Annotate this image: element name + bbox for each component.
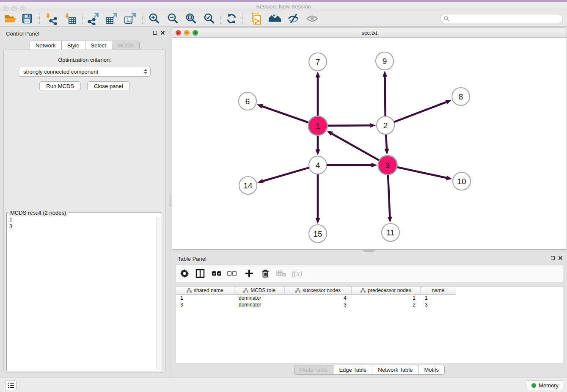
- edge-3-1[interactable]: [331, 133, 379, 160]
- import-table-button[interactable]: [63, 11, 79, 26]
- select-all-rows-button[interactable]: [209, 265, 224, 282]
- table-row[interactable]: 3dominator323: [176, 301, 563, 308]
- table-settings-button[interactable]: [177, 265, 192, 282]
- graph-node-8[interactable]: 8: [452, 88, 470, 105]
- zoom-out-button[interactable]: [165, 11, 181, 26]
- table-row[interactable]: 1dominator411: [176, 295, 563, 301]
- float-panel-icon[interactable]: [551, 256, 555, 260]
- tab-edge-table[interactable]: Edge Table: [333, 365, 372, 375]
- column-header-successor-nodes[interactable]: successor nodes: [285, 287, 352, 295]
- apply-layout-button[interactable]: [223, 11, 239, 26]
- close-panel-icon[interactable]: [558, 256, 563, 260]
- column-type-icon: [243, 288, 248, 293]
- maximize-network-icon[interactable]: [193, 30, 198, 36]
- graph-node-2[interactable]: 2: [377, 116, 394, 134]
- zoom-fit-button[interactable]: [183, 11, 199, 26]
- column-header-predecessor-nodes[interactable]: predecessor nodes: [352, 287, 421, 295]
- graph-node-11[interactable]: 11: [382, 224, 399, 241]
- import-network-button[interactable]: [44, 11, 60, 26]
- create-column-button[interactable]: [242, 265, 257, 282]
- graph-node-14[interactable]: 14: [239, 177, 257, 194]
- network-view-window[interactable]: scc.txt 7968124314101511: [172, 28, 567, 250]
- tab-network[interactable]: Network: [30, 41, 62, 50]
- column-type-icon: [361, 288, 366, 293]
- graph-node-9[interactable]: 9: [376, 52, 394, 70]
- task-history-button[interactable]: [5, 380, 17, 390]
- node-table[interactable]: shared nameMCDS rolesuccessor nodesprede…: [176, 286, 563, 363]
- export-network-button[interactable]: [85, 11, 101, 26]
- edge-arrowhead: [388, 217, 392, 223]
- zoom-in-button[interactable]: [146, 11, 162, 26]
- save-session-button[interactable]: [19, 11, 35, 26]
- delete-table-button[interactable]: [274, 265, 289, 282]
- function-builder-button[interactable]: f(x): [289, 265, 305, 282]
- graph-node-1[interactable]: 1: [308, 116, 328, 135]
- close-panel-icon[interactable]: [160, 30, 165, 35]
- tab-node-table[interactable]: Node Table: [294, 365, 334, 375]
- show-graphics-details-button[interactable]: [304, 11, 320, 26]
- node-label: 11: [386, 228, 395, 237]
- edge-arrowhead: [370, 123, 376, 128]
- edge-1-2[interactable]: [328, 125, 371, 126]
- column-type-icon: [187, 288, 192, 293]
- edge-1-6[interactable]: [261, 106, 308, 123]
- toolbar-divider: [82, 14, 83, 24]
- mcds-result-list[interactable]: 13: [9, 216, 12, 230]
- search-input[interactable]: [451, 16, 559, 22]
- control-panel: Control Panel NetworkStyleSelectMCDS Opt…: [0, 27, 169, 378]
- edge-4-14[interactable]: [262, 168, 309, 181]
- search-box[interactable]: [440, 14, 563, 23]
- tab-mcds[interactable]: MCDS: [112, 41, 140, 50]
- close-panel-button[interactable]: Close panel: [87, 81, 130, 91]
- delete-column-button[interactable]: [258, 265, 273, 282]
- export-image-button[interactable]: [122, 11, 138, 26]
- export-table-button[interactable]: [103, 11, 119, 26]
- graph-node-15[interactable]: 15: [309, 225, 327, 243]
- task-list-icon: [8, 382, 14, 388]
- minimize-network-icon[interactable]: [184, 30, 190, 36]
- result-line: 3: [9, 223, 12, 230]
- toolbar-divider: [39, 14, 40, 24]
- splitter-grip[interactable]: [364, 250, 374, 252]
- run-mcds-button[interactable]: Run MCDS: [39, 81, 81, 91]
- node-label: 4: [316, 161, 320, 170]
- show-column-panel-button[interactable]: [193, 265, 208, 282]
- graph-node-3[interactable]: 3: [378, 156, 397, 175]
- edge-2-8[interactable]: [394, 102, 447, 122]
- result-scrollbar[interactable]: [156, 217, 161, 370]
- tab-network-table[interactable]: Network Table: [372, 365, 418, 375]
- edge-3-11[interactable]: [388, 175, 390, 218]
- edge-arrowhead: [445, 100, 451, 104]
- memory-button[interactable]: Memory: [527, 380, 563, 390]
- float-panel-icon[interactable]: [153, 31, 157, 35]
- column-header-MCDS-role[interactable]: MCDS role: [234, 287, 285, 295]
- eye-disabled-icon: [306, 13, 319, 24]
- optimization-criterion-select[interactable]: strongly connected component: [19, 67, 151, 77]
- home-button[interactable]: [267, 11, 283, 26]
- edge-2-9[interactable]: [385, 76, 385, 116]
- column-type-icon: [295, 288, 300, 293]
- graph-node-6[interactable]: 6: [239, 92, 256, 110]
- graph-node-10[interactable]: 10: [453, 172, 471, 190]
- splitter-grip[interactable]: [170, 196, 171, 206]
- edge-2-3[interactable]: [386, 135, 387, 150]
- graph-node-7[interactable]: 7: [309, 53, 327, 71]
- graph-node-4[interactable]: 4: [309, 156, 327, 174]
- tab-motifs[interactable]: Motifs: [418, 365, 445, 375]
- tab-style[interactable]: Style: [61, 41, 85, 50]
- column-header-shared-name[interactable]: shared name: [176, 287, 234, 295]
- edge-arrowhead: [327, 131, 333, 136]
- column-header-name[interactable]: name: [421, 287, 456, 295]
- zoom-selected-button[interactable]: [201, 11, 217, 26]
- node-label: 10: [457, 177, 466, 186]
- hide-visibility-button[interactable]: [285, 11, 301, 26]
- network-graph-canvas[interactable]: 7968124314101511: [172, 38, 567, 249]
- mcds-panel: Optimization criterion: strongly connect…: [3, 50, 166, 373]
- close-network-icon[interactable]: [176, 30, 181, 36]
- tab-select[interactable]: Select: [85, 41, 112, 50]
- edge-3-10[interactable]: [397, 167, 447, 178]
- deselect-all-rows-button[interactable]: [224, 265, 239, 282]
- open-session-button[interactable]: [2, 11, 18, 26]
- network-window-titlebar[interactable]: scc.txt: [172, 28, 567, 38]
- clone-network-button[interactable]: [248, 11, 264, 26]
